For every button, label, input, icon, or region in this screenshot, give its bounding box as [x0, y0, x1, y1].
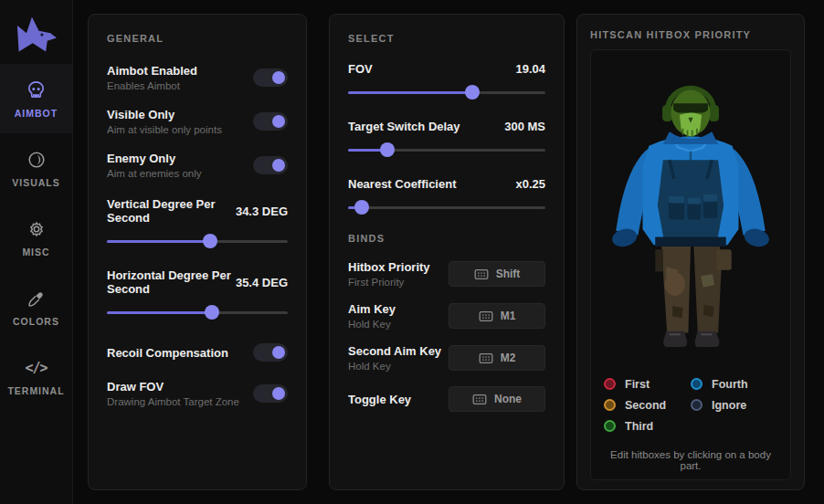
toggle-key-bind-button[interactable]: None — [449, 386, 545, 412]
aim-key-key: M1 — [501, 310, 516, 322]
legend-label: Third — [625, 420, 653, 433]
legend-item-third[interactable]: Third — [604, 415, 691, 436]
hitbox-hint: Edit hitboxes by clicking on a body part… — [600, 449, 781, 471]
keyboard-icon — [479, 352, 493, 364]
aim-key-bind-button[interactable]: M1 — [449, 303, 545, 329]
legend-label: Fourth — [712, 378, 748, 391]
general-panel-title: GENERAL — [107, 33, 288, 44]
binds-title: BINDS — [348, 233, 545, 244]
fov-block: FOV 19.04 — [348, 62, 545, 100]
gear-icon — [26, 218, 48, 240]
third-priority-dot — [604, 420, 616, 432]
sidebar: AIMBOT VISUALS — [0, 0, 73, 504]
slider-fill — [107, 311, 212, 314]
sidebar-item-visuals[interactable]: VISUALS — [0, 133, 72, 203]
sidebar-item-terminal[interactable]: </> TERMINAL — [0, 341, 72, 411]
legend-item-ignore[interactable]: Ignore — [691, 394, 777, 415]
toggle-key-bind-row: Toggle Key None — [348, 386, 545, 412]
legend-item-fourth[interactable]: Fourth — [691, 373, 777, 394]
first-priority-dot — [604, 378, 616, 390]
hitbox-left-leg[interactable] — [655, 247, 691, 333]
visible-only-toggle[interactable] — [253, 112, 288, 131]
draw-fov-toggle[interactable] — [253, 384, 288, 403]
toggle-knob — [272, 115, 285, 128]
target-switch-delay-block: Target Switch Delay 300 MS — [348, 120, 545, 157]
sidebar-nav: AIMBOT VISUALS — [0, 64, 72, 411]
legend-item-second[interactable]: Second — [604, 394, 691, 415]
vertical-dps-label: Vertical Degree Per Second — [107, 197, 236, 225]
sidebar-item-label: COLORS — [13, 316, 59, 327]
sidebar-item-colors[interactable]: COLORS — [0, 272, 72, 341]
fov-slider[interactable] — [348, 85, 545, 100]
character-model[interactable] — [600, 58, 781, 366]
aimbot-enabled-sub: Enables Aimbot — [107, 80, 197, 91]
slider-thumb[interactable] — [465, 85, 480, 100]
eyedropper-icon — [26, 288, 48, 310]
aim-key-sub: Hold Key — [348, 319, 396, 330]
hitbox-right-leg[interactable] — [693, 247, 731, 333]
legend-item-first[interactable]: First — [604, 373, 691, 394]
recoil-compensation-toggle[interactable] — [253, 343, 288, 362]
enemy-only-toggle[interactable] — [253, 156, 288, 174]
fourth-priority-dot — [691, 378, 703, 390]
aimbot-enabled-toggle[interactable] — [253, 68, 288, 87]
draw-fov-row: Draw FOV Drawing Aimbot Target Zone — [107, 380, 288, 407]
hitbox-priority-key: Shift — [496, 268, 521, 280]
sidebar-item-label: AIMBOT — [15, 108, 58, 119]
hitbox-priority-bind-row: Hitbox Priority First Priority Shift — [348, 260, 545, 288]
aimbot-enabled-row: Aimbot Enabled Enables Aimbot — [107, 64, 288, 91]
sidebar-item-label: TERMINAL — [7, 385, 64, 396]
wolf-logo — [0, 0, 72, 64]
legend-label: Second — [625, 399, 666, 412]
hitbox-priority-bind-button[interactable]: Shift — [449, 261, 545, 287]
toggle-knob — [272, 346, 285, 359]
visible-only-sub: Aim at visible only points — [107, 124, 222, 135]
nearest-coefficient-block: Nearest Coefficient x0.25 — [348, 177, 545, 215]
vertical-dps-value: 34.3 DEG — [236, 205, 288, 218]
slider-thumb[interactable] — [205, 305, 219, 320]
hitbox-panel-title: HITSCAN HITBOX PRIORITY — [590, 29, 791, 40]
enemy-only-row: Enemy Only Aim at enemies only — [107, 152, 288, 179]
ignore-priority-dot — [691, 399, 703, 411]
nearest-coefficient-slider[interactable] — [348, 200, 545, 215]
skull-icon — [26, 79, 48, 101]
legend-label: Ignore — [712, 399, 746, 412]
aim-key-bind-row: Aim Key Hold Key M1 — [348, 302, 545, 330]
horizontal-dps-slider[interactable] — [107, 305, 288, 320]
second-aim-key-key: M2 — [501, 352, 516, 364]
visible-only-label: Visible Only — [107, 108, 222, 121]
sidebar-item-misc[interactable]: MISC — [0, 203, 72, 272]
toggle-knob — [272, 387, 285, 400]
target-switch-delay-slider[interactable] — [348, 142, 545, 157]
vertical-dps-slider[interactable] — [107, 234, 288, 248]
contrast-icon — [26, 149, 48, 171]
fov-value: 19.04 — [515, 62, 545, 76]
target-switch-delay-label: Target Switch Delay — [348, 120, 460, 133]
second-priority-dot — [604, 399, 616, 411]
hitbox-torso[interactable] — [642, 133, 738, 247]
slider-thumb[interactable] — [354, 200, 369, 215]
slider-thumb[interactable] — [380, 142, 395, 157]
visible-only-row: Visible Only Aim at visible only points — [107, 108, 288, 135]
toggle-knob — [272, 71, 285, 84]
second-aim-key-bind-button[interactable]: M2 — [449, 345, 545, 371]
enemy-only-label: Enemy Only — [107, 152, 202, 165]
recoil-compensation-label: Recoil Compensation — [107, 346, 228, 360]
slider-thumb[interactable] — [203, 234, 217, 248]
wolf-logo-icon — [12, 11, 61, 58]
keyboard-icon — [472, 394, 487, 405]
slider-fill — [348, 91, 472, 94]
hitbox-head[interactable] — [662, 89, 719, 137]
toggle-key-label: Toggle Key — [348, 393, 411, 406]
sidebar-item-label: VISUALS — [12, 177, 60, 188]
aim-key-label: Aim Key — [348, 302, 396, 316]
keyboard-icon — [479, 310, 493, 322]
select-panel: SELECT FOV 19.04 Target Switch Delay 300… — [329, 14, 565, 490]
slider-fill — [107, 240, 210, 243]
horizontal-dps-label: Horizontal Degree Per Second — [107, 268, 236, 296]
sidebar-item-aimbot[interactable]: AIMBOT — [0, 64, 72, 133]
sidebar-item-label: MISC — [22, 247, 49, 257]
hitbox-model-box: First Second Third Fourth Ignore — [590, 49, 791, 480]
legend-label: First — [625, 378, 650, 391]
select-panel-title: SELECT — [348, 33, 545, 44]
